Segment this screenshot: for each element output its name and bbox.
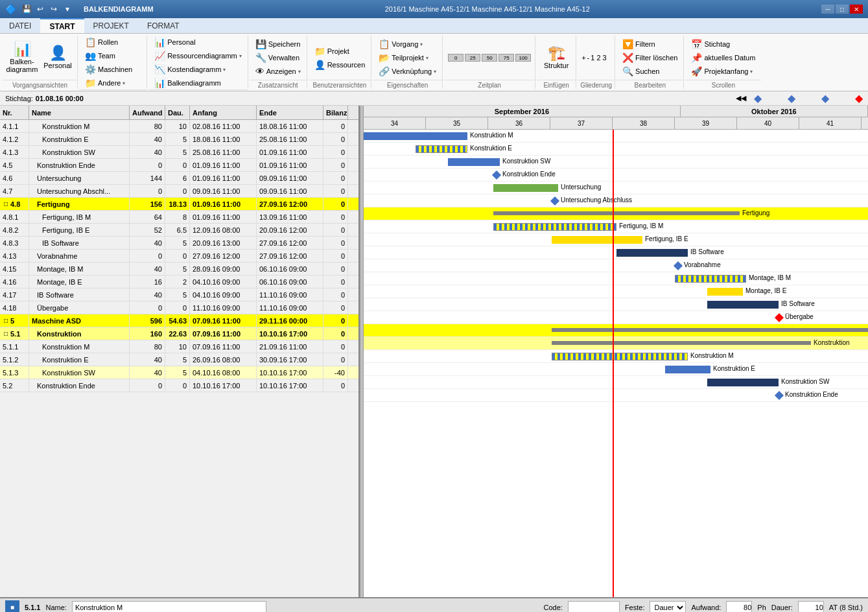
table-row-4-8-1[interactable]: 4.8.1 Fertigung, IB M 64 8 01.09.16 11:0… (0, 211, 358, 224)
code-input[interactable] (568, 601, 620, 613)
tab-datei[interactable]: DATEI (0, 18, 40, 33)
kap-personal-btn[interactable]: 📊 Personal (151, 36, 245, 49)
verknuepfung-btn[interactable]: 🔗 Verknüpfung ▾ (375, 65, 440, 78)
table-row-4-13[interactable]: 4.13 Vorabnahme 0 0 27.09.16 12:00 27.09… (0, 250, 358, 263)
cell-name: Konstruktion Ende (29, 159, 130, 171)
kap-balkendiagramm-btn[interactable]: 📊 Balkendiagramm (151, 76, 245, 89)
table-row-5-2[interactable]: 5.2 Konstruktion Ende 0 0 10.10.16 17:00… (0, 379, 358, 392)
aktuelles-datum-btn[interactable]: 📌 aktuelles Datum (688, 51, 758, 64)
projekt-btn[interactable]: 📁 Projekt (311, 45, 369, 58)
table-row-5-1-2[interactable]: 5.1.2 Konstruktion E 40 5 26.09.16 08:00… (0, 353, 358, 366)
table-row-5[interactable]: □ 5 Maschine ASD 596 54.63 07.09.16 11:0… (0, 314, 358, 327)
window-title: 2016/1 Maschine A45-12/1 Maschine A45-12… (385, 5, 590, 13)
cell-ende: 10.10.16 17:00 (257, 366, 323, 379)
cell-anfang: 01.09.16 11:00 (190, 159, 257, 171)
table-row-4-5[interactable]: 4.5 Konstruktion Ende 0 0 01.09.16 11:00… (0, 159, 358, 172)
maximize-btn[interactable]: □ (836, 5, 849, 14)
ressourcen-btn2[interactable]: 👤 Ressourcen (311, 58, 369, 71)
gantt-row-5-1: Konstruktion (364, 337, 868, 350)
table-row-5-1-1[interactable]: 5.1.1 Konstruktion M 80 10 07.09.16 11:0… (0, 340, 358, 353)
zusatz-col: 💾 Speichern 🔧 Verwalten 👁 Anzeigen ▾ (252, 38, 304, 78)
gantt-label-19: Konstruktion SW (781, 378, 829, 385)
cell-dau: 54.63 (165, 314, 190, 327)
cell-nr: 4.5 (0, 159, 29, 171)
undo-btn[interactable]: ↩ (34, 3, 46, 15)
team-btn[interactable]: 👥 Team (82, 49, 135, 62)
outline-expand-btn[interactable]: + (581, 54, 585, 62)
nav-left-icon[interactable]: ◀◀ (736, 94, 746, 102)
suchen-btn[interactable]: 🔍 Suchen (619, 65, 681, 78)
table-row-4-15[interactable]: 4.15 Montage, IB M 40 5 28.09.16 09:00 0… (0, 263, 358, 276)
close-btn[interactable]: ✕ (850, 5, 863, 14)
kostendiagramm-btn[interactable]: 📉 Kostendiagramm ▾ (151, 63, 245, 76)
balkendiagramm-btn[interactable]: 📊 Balken-diagramm (5, 39, 39, 76)
dauer-input[interactable] (798, 601, 824, 613)
table-row-4-8-2[interactable]: 4.8.2 Fertigung, IB E 52 6.5 12.09.16 08… (0, 224, 358, 237)
personal-btn[interactable]: 👤 Personal (41, 39, 75, 76)
table-row-4-1-2[interactable]: 4.1.2 Konstruktion E 40 5 18.08.16 11:00… (0, 133, 358, 146)
cell-name: Untersuchung Abschl... (29, 185, 130, 197)
feste-select[interactable]: Dauer (650, 601, 686, 613)
teilprojekt-btn[interactable]: 📂 Teilprojekt ▾ (375, 51, 440, 64)
cell-nr: □ 5.1 (0, 327, 29, 340)
task-id: 5.1.1 (25, 604, 40, 611)
pct25-btn[interactable]: 25 (465, 54, 480, 62)
gantt-label-12: Montage, IB E (745, 287, 786, 294)
tab-projekt[interactable]: PROJEKT (84, 18, 138, 33)
cell-bilanz: 0 (323, 133, 348, 145)
cell-anfang: 07.09.16 11:00 (190, 327, 257, 340)
gantt-label-3: Konstruktion Ende (502, 171, 556, 178)
zeitplan-label: Zeitplan (444, 80, 535, 89)
table-row-4-17[interactable]: 4.17 IB Software 40 5 04.10.16 09:00 11.… (0, 288, 358, 301)
table-row-5-1-3[interactable]: 5.1.3 Konstruktion SW 40 5 04.10.16 08:0… (0, 366, 358, 379)
week-37: 37 (550, 117, 613, 129)
ressourcendiagramm-btn[interactable]: 📈 Ressourcendiagramm ▾ (151, 49, 245, 62)
tab-start[interactable]: START (40, 18, 84, 33)
filter-loeschen-btn[interactable]: ❌ Filter löschen (619, 51, 681, 64)
struktur-btn[interactable]: 🏗️ Struktur (539, 39, 573, 76)
table-row-4-18[interactable]: 4.18 Übergabe 0 0 11.10.16 09:00 11.10.1… (0, 301, 358, 314)
save-quick-btn[interactable]: 💾 (21, 3, 32, 15)
gantt-label-9: IB Software (690, 248, 724, 255)
vorgang-btn[interactable]: 📋 Vorgang ▾ (375, 38, 440, 51)
outline-all-btn[interactable]: 1 2 3 (591, 54, 606, 62)
table-row-4-16[interactable]: 4.16 Montage, IB E 16 2 04.10.16 09:00 0… (0, 276, 358, 288)
tab-format[interactable]: FORMAT (138, 18, 189, 33)
table-row-4-7[interactable]: 4.7 Untersuchung Abschl... 0 0 09.09.16 … (0, 185, 358, 198)
maschinen-btn[interactable]: ⚙️ Maschinen (82, 63, 135, 76)
verwalten-btn[interactable]: 🔧 Verwalten (252, 51, 304, 64)
cell-ende: 09.09.16 11:00 (257, 172, 323, 184)
table-row-4-8-3[interactable]: 4.8.3 IB Software 40 5 20.09.16 13:00 27… (0, 237, 358, 250)
table-row-4-1-3[interactable]: 4.1.3 Konstruktion SW 40 5 25.08.16 11:0… (0, 146, 358, 159)
redo-btn[interactable]: ↪ (48, 3, 60, 15)
task-name-input[interactable] (72, 601, 266, 613)
app-title: BALKENDIAGRAMM (84, 5, 154, 13)
cell-anfang: 26.09.16 08:00 (190, 353, 257, 366)
pct0-btn[interactable]: 0 (448, 54, 463, 62)
cell-name: Fertigung, IB M (29, 211, 130, 223)
cell-aufwand: 596 (130, 314, 165, 327)
andere-btn[interactable]: 📁 Andere ▾ (82, 76, 135, 89)
pct100-btn[interactable]: 100 (515, 54, 531, 62)
rollen-btn[interactable]: 📋 Rollen (82, 36, 135, 49)
anzeigen-btn[interactable]: 👁 Anzeigen ▾ (252, 65, 304, 78)
table-row-4-8[interactable]: □ 4.8 Fertigung 156 18.13 01.09.16 11:00… (0, 198, 358, 211)
stichtag-scroll-btn[interactable]: 📅 Stichtag (688, 38, 758, 51)
table-row-5-1[interactable]: □ 5.1 Konstruktion 160 22.63 07.09.16 11… (0, 327, 358, 340)
cell-anfang: 01.09.16 11:00 (190, 172, 257, 184)
gantt-row-4-8: Fertigung (364, 207, 868, 220)
projektanfang-btn[interactable]: 🚀 Projektanfang ▾ (688, 65, 758, 78)
outline-collapse-btn[interactable]: - (587, 54, 590, 62)
cell-dau: 0 (165, 379, 190, 392)
cell-nr: 5.1.1 (0, 340, 29, 353)
pct50-btn[interactable]: 50 (482, 54, 497, 62)
pct75-btn[interactable]: 75 (499, 54, 514, 62)
filtern-btn[interactable]: 🔽 Filtern (619, 38, 681, 51)
aufwand-input[interactable] (726, 601, 752, 613)
table-row-4-1-1[interactable]: 4.1.1 Konstruktion M 80 10 02.08.16 11:0… (0, 120, 358, 133)
minimize-btn[interactable]: ─ (821, 5, 834, 14)
speichern-btn[interactable]: 💾 Speichern (252, 38, 304, 51)
extra-btn[interactable]: ▾ (62, 3, 73, 15)
table-row-4-6[interactable]: 4.6 Untersuchung 144 6 01.09.16 11:00 09… (0, 172, 358, 185)
gantt-bar-11 (675, 275, 746, 283)
